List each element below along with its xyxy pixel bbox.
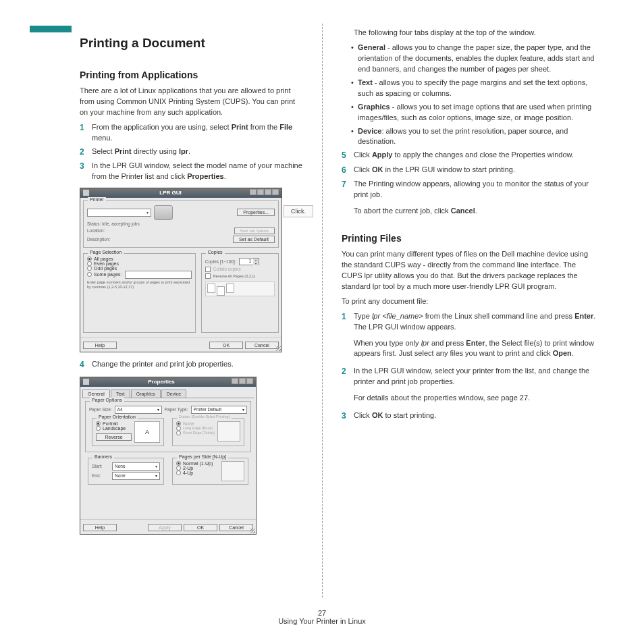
help-button[interactable]: Help <box>83 524 117 531</box>
section-heading-apps: Printing from Applications <box>80 70 303 80</box>
tabs-intro: The following four tabs display at the t… <box>342 28 597 38</box>
collate-check[interactable] <box>205 267 211 272</box>
reverse-check[interactable] <box>205 273 211 279</box>
step-5: 5 Click Apply to apply the changes and c… <box>342 150 597 161</box>
status-text: Status: Idle, accepting jobs <box>87 221 275 226</box>
duplex-fieldset: Duplex [Double-Sided Printing] None Long… <box>172 418 244 446</box>
files-lead: To print any document file: <box>342 296 597 307</box>
page-number: 27 <box>0 609 644 617</box>
window-controls[interactable] <box>249 189 279 196</box>
end-banner-combo[interactable]: None▾ <box>112 472 160 480</box>
start-banner-combo[interactable]: None▾ <box>112 462 160 471</box>
page-hint: Enter page numbers and/or groups of page… <box>87 280 192 289</box>
file-step-3: 3 Click OK to start printing. <box>342 410 597 422</box>
paper-size-label: Paper Size: <box>89 407 112 412</box>
nup-4-radio[interactable]: 4-Up <box>176 471 219 475</box>
even-pages-radio[interactable]: Even pages <box>87 261 192 266</box>
help-button[interactable]: Help <box>83 342 117 349</box>
all-pages-radio[interactable]: All pages <box>87 257 192 261</box>
file-step-2: 2 In the LPR GUI window, select your pri… <box>342 366 597 408</box>
ok-button[interactable]: OK <box>209 342 243 349</box>
step-3: 3 In the LPR GUI window, select the mode… <box>80 161 303 182</box>
description-label: Description: <box>87 237 110 242</box>
portrait-radio[interactable]: Portrait <box>96 421 132 426</box>
step-2: 2 Select Print directly using lpr. <box>80 146 303 158</box>
orientation-fieldset: Paper Orientation Portrait Landscape Rev… <box>92 418 164 446</box>
properties-window: Properties General Text Graphics Device … <box>80 377 257 535</box>
section-heading-files: Printing Files <box>342 233 597 244</box>
nup-preview <box>221 461 244 481</box>
nup-fieldset: Pages per Side [N-Up] Normal (1-Up) 2-Up… <box>172 458 248 485</box>
window-icon <box>83 379 89 385</box>
click-callout: Click. <box>284 205 313 217</box>
files-intro: You can print many different types of fi… <box>342 249 597 292</box>
tab-graphics[interactable]: Graphics <box>131 390 161 398</box>
cancel-button[interactable]: Cancel <box>219 524 253 531</box>
start-label: Start: <box>92 464 109 468</box>
resize-grip[interactable] <box>250 528 255 533</box>
paper-options-fieldset: Paper Options Paper Size: A4▾ Paper Type… <box>85 401 251 452</box>
copies-fieldset: Copies Copies [1~100]: 1▴▾ Collate copie… <box>201 253 279 333</box>
lpr-gui-window: LPR GUI Printer Properties... Status: Id… <box>80 188 282 352</box>
nup-1-radio[interactable]: Normal (1-Up) <box>176 461 219 466</box>
decorative-bar <box>30 26 72 32</box>
reverse-button[interactable]: Reverse <box>96 433 132 441</box>
bullet-graphics: • Graphics - allows you to set image opt… <box>342 102 597 124</box>
paper-type-combo[interactable]: Printer Default▾ <box>191 406 247 414</box>
tab-text[interactable]: Text <box>111 390 130 398</box>
footer-text: Using Your Printer in Linux <box>0 617 644 625</box>
printer-icon <box>154 205 173 220</box>
cancel-button[interactable]: Cancel <box>245 342 279 349</box>
end-label: End: <box>92 473 109 478</box>
duplex-long-radio[interactable]: Long Edge [Book] <box>176 426 215 431</box>
start-job-button[interactable]: Start Job Options <box>234 227 275 234</box>
printer-combo[interactable] <box>87 209 151 217</box>
step-7: 7 The Printing window appears, allowing … <box>342 179 597 221</box>
properties-button[interactable]: Properties... <box>237 209 275 216</box>
bullet-general: • General - allows you to change the pap… <box>342 43 597 75</box>
duplex-none-radio[interactable]: None <box>176 421 215 426</box>
step-6: 6 Click OK in the LPR GUI window to star… <box>342 165 597 176</box>
banners-fieldset: Banners Start:None▾ End:None▾ <box>88 458 164 485</box>
printer-fieldset: Printer Properties... Status: Idle, acce… <box>83 200 279 248</box>
paper-type-label: Paper Type: <box>165 407 188 412</box>
page-title: Printing a Document <box>80 36 303 51</box>
window-title: Properties <box>92 379 231 385</box>
titlebar: Properties <box>80 377 256 387</box>
ok-button[interactable]: OK <box>184 524 217 531</box>
window-title: LPR GUI <box>92 190 249 196</box>
page-footer: 27 Using Your Printer in Linux <box>0 609 644 625</box>
some-pages-radio[interactable]: Some pages: <box>87 271 192 279</box>
nup-2-radio[interactable]: 2-Up <box>176 466 219 471</box>
odd-pages-radio[interactable]: Odd pages <box>87 266 192 271</box>
bullet-text: • Text - allows you to specify the page … <box>342 78 597 99</box>
tab-device[interactable]: Device <box>161 390 186 398</box>
copies-label: Copies [1~100]: <box>205 259 236 264</box>
intro-text: There are a lot of Linux applications th… <box>80 86 303 118</box>
bullet-device: • Device: allows you to set the print re… <box>342 126 597 148</box>
tab-general[interactable]: General <box>82 390 110 398</box>
window-controls[interactable] <box>231 378 253 385</box>
landscape-radio[interactable]: Landscape <box>96 426 132 431</box>
paper-size-combo[interactable]: A4▾ <box>115 406 162 414</box>
apply-button[interactable]: Apply <box>148 524 182 531</box>
set-default-button[interactable]: Set as Default <box>233 236 275 243</box>
location-label: Location: <box>87 228 105 233</box>
window-icon <box>83 190 89 196</box>
resize-grip[interactable] <box>275 346 281 351</box>
orientation-preview: A <box>134 421 160 443</box>
duplex-preview <box>217 421 240 441</box>
page-selection-fieldset: Page Selection All pages Even pages Odd … <box>83 253 196 333</box>
copies-spinner[interactable]: 1▴▾ <box>239 258 259 265</box>
tabs: General Text Graphics Device <box>82 390 254 398</box>
titlebar: LPR GUI <box>80 188 281 198</box>
file-step-1: 1 Type lpr <file_name> from the Linux sh… <box>342 311 597 364</box>
duplex-short-radio[interactable]: Short Edge [Tablet] <box>176 431 215 435</box>
step-4: 4 Change the printer and print job prope… <box>80 359 303 371</box>
step-1: 1 From the application you are using, se… <box>80 122 303 144</box>
